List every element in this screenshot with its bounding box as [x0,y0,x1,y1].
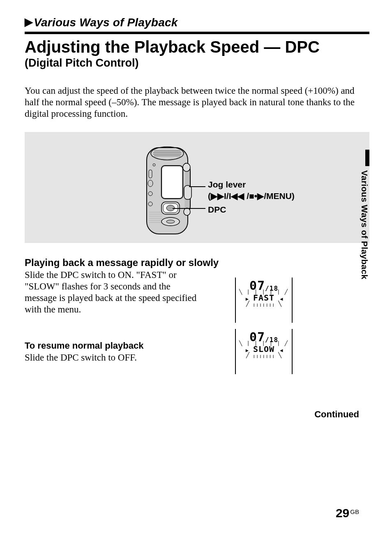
section-kicker: ▶Various Ways of Playback [25,16,369,31]
kicker-arrow-icon: ▶ [25,16,33,28]
svg-point-19 [183,163,190,171]
section-heading-fast-slow: Playing back a message rapidly or slowly [25,257,369,268]
callout-jog-symbols: (▶▶I/I◀◀ /■•▶/MENU) [208,190,295,201]
lcd-display-fast: 07/18 ╲ | | | | | ╱ ▶ FAST ◀ ╱ ╷╷╷╷╷╷╷ ╲ [235,278,293,323]
page-subtitle: (Digital Pitch Control) [25,57,369,69]
side-tab-marker [365,150,369,166]
intro-paragraph: You can adjust the speed of the playback… [25,85,369,120]
device-illustration: Jog lever (▶▶I/I◀◀ /■•▶/MENU) DPC [25,132,369,243]
page-number-suffix: GB [350,508,359,515]
section-body-resume: Slide the DPC switch to OFF. [25,352,201,363]
kicker-text: Various Ways of Playback [34,16,178,29]
side-tab: Various Ways of Playback [353,150,369,280]
svg-point-21 [184,208,190,215]
callout-dpc: DPC [208,204,295,215]
recorder-device-icon [138,140,199,239]
leader-line [189,186,205,187]
page-number: 29GB [336,506,359,520]
section-heading-resume: To resume normal playback [25,340,369,351]
leader-line [173,208,205,209]
page-title: Adjusting the Playback Speed — DPC [25,38,369,56]
lcd-display-slow: 07/18 ╲ | | | | | ╱ ▶ SLOW ◀ ╱ ╷╷╷╷╷╷╷ ╲ [235,329,293,374]
svg-point-26 [166,220,175,223]
side-tab-label: Various Ways of Playback [360,170,369,280]
svg-rect-17 [161,166,183,199]
svg-rect-20 [184,185,191,199]
continued-label: Continued [314,409,359,420]
section-body-fast-slow: Slide the DPC switch to ON. "FAST" or "S… [25,269,201,315]
callout-labels: Jog lever (▶▶I/I◀◀ /■•▶/MENU) DPC [208,179,295,215]
page-number-value: 29 [336,506,349,520]
callout-jog-lever: Jog lever [208,179,295,190]
divider-thick [25,32,369,34]
